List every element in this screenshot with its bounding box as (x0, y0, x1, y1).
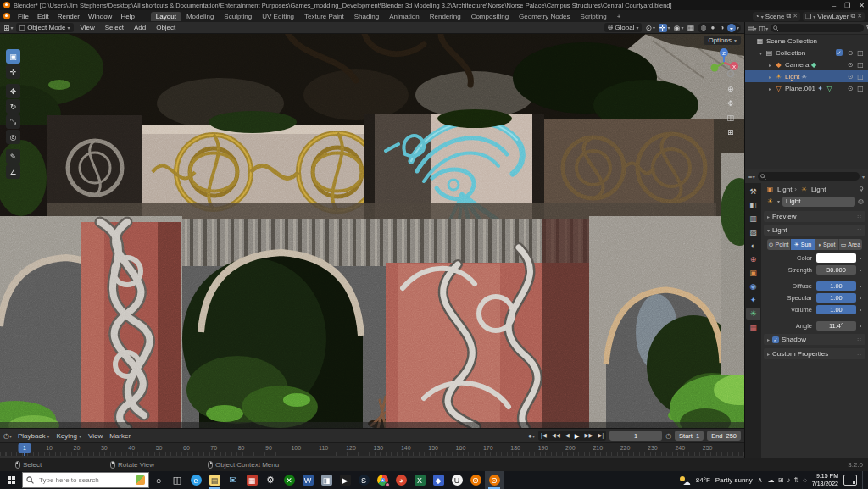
close-button[interactable]: ✕ (859, 2, 865, 9)
show-gizmo-button[interactable]: ▦ (687, 24, 694, 32)
taskbar-steam[interactable]: S (354, 471, 373, 489)
weather-temp[interactable]: 84°F (696, 476, 710, 484)
animate-dot-icon[interactable]: • (856, 295, 865, 301)
tool-transform[interactable]: ◎ (6, 130, 20, 144)
play-button[interactable]: ▶ (572, 432, 582, 440)
tray-volume-icon[interactable]: ♪ (787, 476, 790, 484)
animate-dot-icon[interactable]: • (856, 255, 865, 261)
strength-value[interactable]: 30.000 (816, 265, 856, 275)
hide-eye-icon[interactable]: ⊙ (845, 61, 855, 69)
workspace-tab-uv-editing[interactable]: UV Editing (257, 12, 299, 21)
taskbar-app-red[interactable]: ▦ (242, 471, 261, 489)
taskbar-app-blue[interactable]: ◆ (429, 471, 448, 489)
properties-tab-output[interactable]: ▥ (746, 213, 760, 225)
properties-tab-render[interactable]: ◧ (746, 199, 760, 211)
outliner-row-light[interactable]: ▸☀Light✳⊙◫ (745, 70, 868, 82)
disable-render-icon[interactable]: ◫ (855, 61, 865, 69)
taskbar-file-explorer[interactable]: ▤ (205, 471, 224, 489)
taskbar-search-input[interactable] (37, 475, 132, 485)
outliner-row-scene-collection[interactable]: ▦Scene Collection (745, 35, 868, 47)
breadcrumb-object[interactable]: Light (777, 186, 792, 193)
snap-toggle[interactable]: ✛▾ (659, 24, 670, 32)
remove-viewlayer-icon[interactable]: ✕ (857, 13, 862, 19)
pan-view-gizmo[interactable]: ✥ (726, 99, 734, 108)
viewport-menu-select[interactable]: Select (101, 24, 128, 31)
workspace-tab-animation[interactable]: Animation (384, 12, 425, 21)
options-button[interactable]: Options ▾ (704, 36, 741, 45)
taskbar-app-orb[interactable]: ◕ (392, 471, 410, 489)
workspace-tab-texture-paint[interactable]: Texture Paint (299, 12, 349, 21)
workspace-tab-shading[interactable]: Shading (349, 12, 384, 21)
frame-end-field[interactable]: End 250 (707, 431, 741, 441)
ortho-grid-gizmo[interactable]: ⊞ (726, 128, 734, 136)
shadow-checkbox[interactable]: ✓ (772, 336, 779, 343)
animate-dot-icon[interactable]: • (856, 267, 865, 273)
tool-select-box[interactable]: ▣ (6, 49, 20, 64)
taskbar-mail[interactable]: ✉ (224, 471, 242, 489)
properties-tab-scene[interactable]: ◐ (746, 240, 760, 252)
exclude-checkbox[interactable]: ✓ (836, 49, 843, 56)
properties-tab-object[interactable]: ▣ (746, 267, 760, 279)
animate-dot-icon[interactable]: • (856, 323, 865, 329)
frame-start-field[interactable]: Start 1 (675, 431, 704, 441)
properties-tab-physics[interactable]: ◉ (746, 281, 760, 292)
viewport-menu-object[interactable]: Object (152, 24, 180, 31)
camera-view-gizmo[interactable]: ◫ (726, 114, 734, 122)
light-name-field[interactable]: Light (782, 197, 855, 207)
play-reverse-button[interactable]: ◀ (563, 432, 572, 439)
workspace-tab-compositing[interactable]: Compositing (466, 12, 514, 21)
menu-render[interactable]: Render (53, 13, 84, 20)
taskbar-blender-window-1[interactable]: ʘ (466, 471, 485, 489)
taskbar-xbox[interactable]: ✕ (280, 471, 298, 489)
tool-move[interactable]: ✥ (6, 84, 20, 98)
zoom-view-gizmo[interactable]: ⊕ (726, 85, 734, 93)
outliner-display-mode-button[interactable]: ▤▾ (748, 25, 757, 32)
tray-network-icon[interactable]: ⇅ (793, 476, 799, 484)
outliner-search[interactable] (771, 24, 864, 32)
proportional-edit-button[interactable]: ◉▾ (674, 24, 684, 32)
taskbar-clock[interactable]: 9:15 PM 7/18/2022 (812, 473, 838, 488)
workspace-tab-modeling[interactable]: Modeling (181, 12, 219, 21)
disable-render-icon[interactable]: ◫ (855, 73, 865, 81)
tool-annotate[interactable]: ✎ (6, 149, 20, 164)
animate-dot-icon[interactable]: • (856, 307, 865, 313)
diffuse-slider[interactable]: 1.00 (816, 281, 856, 291)
viewport-menu-view[interactable]: View (76, 24, 99, 31)
new-viewlayer-icon[interactable]: ⧉ (850, 12, 855, 20)
workspace-tab-geometry-nodes[interactable]: Geometry Nodes (514, 12, 575, 21)
light-type-point[interactable]: ⊙Point (767, 239, 791, 250)
properties-tab-data[interactable]: ☀ (746, 308, 760, 320)
tray-onedrive-icon[interactable]: ☁ (768, 476, 775, 484)
menu-file[interactable]: File (14, 13, 33, 20)
taskbar-search[interactable] (22, 472, 149, 488)
workspace-tab-layout[interactable]: Layout (151, 12, 181, 21)
properties-tab-constraints[interactable]: ✦ (746, 294, 760, 306)
properties-tab-tool[interactable]: ⚒ (746, 186, 760, 197)
tool-measure[interactable]: ∠ (6, 164, 20, 179)
timeline-menu-view[interactable]: View (88, 432, 103, 440)
minimize-button[interactable]: – (832, 2, 836, 9)
navigation-gizmo[interactable]: Z X (709, 47, 739, 78)
timeline-menu-marker[interactable]: Marker (109, 432, 131, 440)
timeline-editor-type-button[interactable]: ◷▾ (3, 432, 12, 440)
outliner-row-plane-001[interactable]: ▸▽Plane.001✦▽⊙◫ (745, 82, 868, 94)
menu-help[interactable]: Help (116, 13, 138, 20)
transform-orientation[interactable]: 🌐︎ Global ▾ (604, 23, 643, 32)
unlink-scene-icon[interactable]: ✕ (793, 13, 798, 19)
taskbar-movies[interactable]: ▶ (336, 471, 354, 489)
animate-dot-icon[interactable]: • (856, 283, 865, 289)
start-button[interactable] (0, 471, 22, 489)
tray-chevron[interactable]: ∧ (758, 476, 763, 484)
show-desktop-button[interactable] (862, 471, 865, 489)
taskbar-task-view[interactable]: ◫ (168, 471, 186, 489)
menu-edit[interactable]: Edit (33, 13, 53, 20)
timeline-menu-keying[interactable]: Keying▾ (56, 432, 81, 440)
taskbar-cortana[interactable]: ○ (149, 471, 168, 489)
taskbar-settings[interactable]: ⚙ (261, 471, 280, 489)
menu-window[interactable]: Window (84, 13, 116, 20)
mode-selector[interactable]: ▢ Object Mode ▾ (16, 23, 74, 32)
hide-eye-icon[interactable]: ⊙ (845, 85, 855, 92)
specular-slider[interactable]: 1.00 (816, 293, 856, 303)
disable-render-icon[interactable]: ◫ (855, 85, 865, 92)
properties-filter-toggle[interactable]: ▾ (862, 174, 865, 180)
